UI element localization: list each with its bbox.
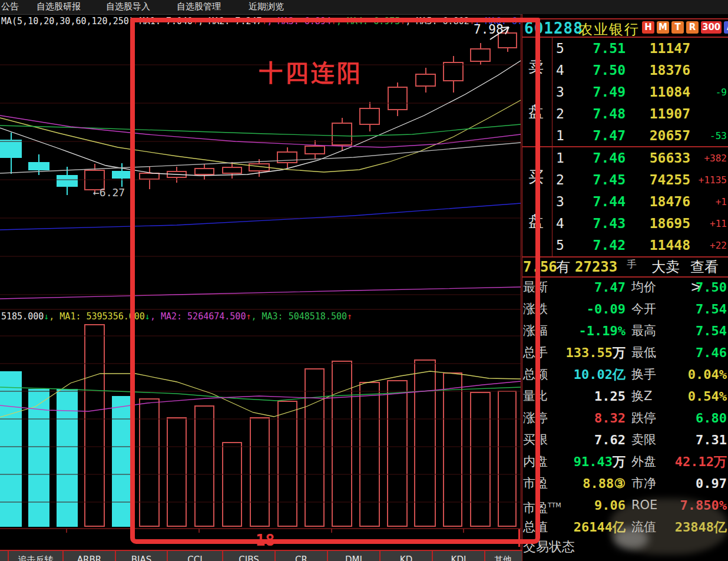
info-value: 7.54: [670, 320, 727, 342]
info-label: 市净: [631, 473, 656, 494]
buy-row-4[interactable]: 47.4318695+11: [522, 213, 728, 235]
candle: [443, 62, 464, 81]
level-number: 1: [556, 125, 564, 147]
indicator-tab-8[interactable]: KDJ: [432, 551, 484, 561]
level-price: 7.48: [565, 103, 626, 125]
kline-header-seg-5: , MA3: 6.894: [267, 16, 331, 27]
level-delta: +1: [690, 191, 727, 213]
volume-bar: [443, 372, 462, 527]
info-label: 换手: [631, 364, 656, 385]
big-trade-ticker: 7.56 有 27233 手 大卖 查看>: [522, 257, 728, 277]
buy-row-5[interactable]: 57.4211448+22: [522, 235, 728, 256]
level-volume: 18376: [627, 60, 690, 81]
level-delta: +1135: [690, 169, 727, 191]
volume-bar: [222, 442, 242, 527]
indicator-tab-6[interactable]: DMI: [327, 551, 379, 561]
menu-item-3[interactable]: 自选股管理: [177, 1, 221, 12]
sell-row-2[interactable]: 27.4811907: [522, 103, 728, 125]
level-volume: 11084: [627, 81, 690, 103]
sell-row-3[interactable]: 37.4911084-9: [522, 81, 728, 103]
kline-header-seg-6: ↑: [331, 16, 336, 27]
kline-header-seg-4: ↑: [262, 16, 267, 27]
info-row-3: 总手133.55万最低7.46: [522, 342, 728, 364]
info-value: 7.62: [548, 429, 626, 451]
indicator-tab-0[interactable]: 追击反转: [8, 551, 62, 561]
candle: [277, 151, 297, 163]
stock-badge-a[interactable]: A: [724, 21, 728, 34]
indicator-tab-3[interactable]: CCI: [167, 551, 222, 561]
stock-badges: HMTR300A: [642, 21, 728, 34]
sell-row-4[interactable]: 47.5018376: [522, 60, 728, 81]
info-value: 0.97: [670, 473, 727, 494]
indicator-tab-4[interactable]: CJBS: [222, 551, 274, 561]
info-value: 42.12万: [670, 451, 727, 473]
info-label: 内盘: [523, 451, 548, 473]
stock-badge-h[interactable]: H: [642, 21, 654, 34]
kline-header-seg-1: MA1: 7.040: [140, 16, 193, 27]
level-number: 3: [556, 191, 564, 213]
level-number: 5: [556, 38, 564, 60]
info-value: 6.80: [670, 407, 727, 429]
menu-item-2[interactable]: 自选股导入: [106, 1, 150, 12]
indicator-tab-1[interactable]: ARBR: [62, 551, 115, 561]
level-price: 7.44: [565, 191, 626, 213]
candle: [28, 162, 49, 170]
sell-row-1[interactable]: 17.4720657-53: [522, 125, 728, 147]
volume-bar: [84, 324, 105, 527]
level-price: 7.46: [565, 147, 626, 169]
info-label: 总额: [523, 364, 548, 385]
volume-bar: [167, 417, 187, 527]
level-number: 4: [556, 213, 564, 235]
menu-item-4[interactable]: 近期浏览: [249, 1, 284, 12]
candle: [57, 175, 78, 187]
info-value: 7.50: [670, 276, 727, 298]
indicator-tab-9[interactable]: 其他: [484, 551, 521, 561]
vol-header-seg-0: 5185.000: [1, 311, 44, 322]
info-label: 买限: [523, 429, 548, 451]
volume-bar: [470, 392, 491, 527]
buy-row-3[interactable]: 37.4418476+1: [522, 191, 728, 213]
candle: [167, 171, 187, 178]
info-label: 量比: [523, 385, 548, 407]
censor-blur: [613, 528, 648, 549]
level-volume: 11147: [627, 38, 690, 60]
menu-item-1[interactable]: 自选股研报: [37, 1, 81, 12]
volume-ma-header: 5185.000↓, MA1: 5395356.000↓, MA2: 52646…: [1, 311, 522, 323]
stock-badge-300[interactable]: 300: [701, 21, 722, 34]
level-volume: 18476: [627, 191, 690, 213]
info-label: 今开: [631, 298, 656, 320]
level-price: 7.50: [565, 60, 626, 81]
trade-status-label: 交易状态: [523, 538, 575, 556]
info-value: 8.88③: [548, 473, 626, 494]
info-label: 跌停: [631, 407, 656, 429]
buy-row-1[interactable]: 17.4656633+382: [522, 147, 728, 169]
candle: [332, 123, 352, 146]
info-row-2: 涨幅-1.19%最高7.54: [522, 320, 728, 342]
candle: [139, 173, 160, 180]
indicator-tab-7[interactable]: KD: [379, 551, 432, 561]
indicator-tab-5[interactable]: CR: [274, 551, 327, 561]
volume-bar: [28, 389, 49, 527]
stock-badge-t[interactable]: T: [671, 21, 684, 34]
sell-row-5[interactable]: 57.5111147: [522, 38, 728, 60]
volume-bar: [139, 398, 160, 527]
volume-bar: [498, 391, 517, 527]
menu-item-0[interactable]: 公告: [1, 1, 19, 12]
volume-bar: [332, 361, 352, 527]
ticker-qty: 27233: [575, 257, 617, 277]
indicator-tab-2[interactable]: BIAS: [115, 551, 167, 561]
level-volume: 74255: [627, 169, 690, 191]
ticker-unit: 手: [627, 254, 637, 274]
stock-badge-m[interactable]: M: [657, 21, 669, 34]
info-label: 市盈: [523, 473, 548, 494]
level-volume: 56633: [627, 147, 690, 169]
level-number: 1: [556, 147, 564, 169]
info-value: 133.55万: [548, 342, 626, 364]
low-price-label: ←6.27: [93, 186, 125, 199]
info-row-8: 内盘91.43万外盘42.12万: [522, 451, 728, 473]
info-label: 总值: [523, 516, 548, 538]
info-value: 0.54%: [670, 385, 727, 407]
stock-badge-r[interactable]: R: [686, 21, 699, 34]
volume-bar: [250, 417, 270, 527]
buy-row-2[interactable]: 27.4574255+1135: [522, 169, 728, 191]
